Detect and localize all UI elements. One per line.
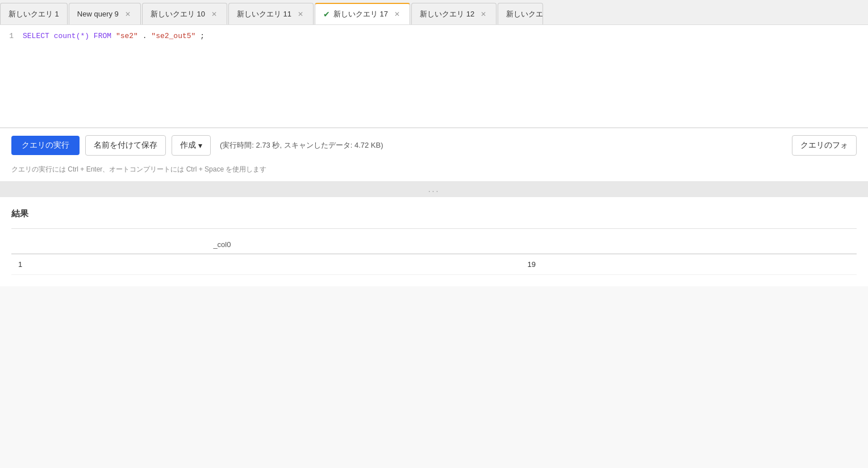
results-container: 結果 _col0 1 19 bbox=[0, 197, 868, 286]
tab-new-query-9[interactable]: New query 9 ✕ bbox=[69, 3, 141, 24]
execution-info: (実行時間: 2.73 秒, スキャンしたデータ: 4.72 KB) bbox=[220, 140, 383, 151]
string-schema: "se2" bbox=[116, 32, 138, 40]
tab-新しいクエリ12[interactable]: 新しいクエリ 12 ✕ bbox=[411, 3, 496, 24]
line-number: 1 bbox=[0, 32, 23, 40]
tab-新しいクエリ17[interactable]: ✔ 新しいクエリ 17 ✕ bbox=[315, 3, 410, 24]
column-header-rownum bbox=[11, 236, 206, 254]
semicolon: ; bbox=[200, 32, 205, 40]
string-table: "se2_out5" bbox=[151, 32, 195, 40]
func-count: count(*) bbox=[54, 32, 89, 40]
tab-label: 新しいクエリ 11 bbox=[237, 9, 291, 19]
keyword-from: FROM bbox=[94, 32, 111, 40]
tab-label: 新しいクエリ 1 bbox=[506, 9, 543, 19]
run-query-button[interactable]: クエリの実行 bbox=[11, 136, 80, 155]
tab-label: 新しいクエリ 1 bbox=[9, 9, 59, 19]
cell-col0: 19 bbox=[206, 254, 857, 275]
keyword-select: SELECT bbox=[23, 32, 49, 40]
dot-separator: . bbox=[143, 32, 147, 40]
tab-label: 新しいクエリ 12 bbox=[420, 9, 474, 19]
create-label: 作成 bbox=[180, 140, 196, 151]
tab-close-button[interactable]: ✕ bbox=[296, 10, 305, 19]
code-text: SELECT count(*) FROM "se2" . "se2_out5" … bbox=[23, 32, 868, 40]
code-line-1: 1 SELECT count(*) FROM "se2" . "se2_out5… bbox=[0, 31, 868, 41]
resize-divider[interactable]: ... bbox=[0, 181, 868, 197]
editor-content[interactable]: 1 SELECT count(*) FROM "se2" . "se2_out5… bbox=[0, 25, 868, 127]
tab-label: 新しいクエリ 10 bbox=[151, 9, 205, 19]
tab-close-button[interactable]: ✕ bbox=[123, 10, 132, 19]
tab-新しいクエリ1[interactable]: 新しいクエリ 1 bbox=[0, 3, 68, 24]
cell-rownum: 1 bbox=[11, 254, 206, 275]
check-icon: ✔ bbox=[323, 10, 330, 19]
toolbar: クエリの実行 名前を付けて保存 作成 ▾ (実行時間: 2.73 秒, スキャン… bbox=[0, 128, 868, 162]
format-query-button[interactable]: クエリのフォ bbox=[792, 135, 857, 156]
hint-text: クエリの実行には Ctrl + Enter、オートコンプリートには Ctrl +… bbox=[0, 162, 868, 181]
column-header-col0: _col0 bbox=[206, 236, 857, 254]
divider-dots: ... bbox=[428, 185, 440, 194]
table-header-row: _col0 bbox=[11, 236, 857, 254]
chevron-down-icon: ▾ bbox=[198, 141, 202, 150]
tab-close-button[interactable]: ✕ bbox=[210, 10, 219, 19]
tab-新しいクエリ11[interactable]: 新しいクエリ 11 ✕ bbox=[228, 3, 314, 24]
results-title: 結果 bbox=[11, 208, 857, 219]
tab-label: New query 9 bbox=[77, 10, 119, 18]
tab-close-button[interactable]: ✕ bbox=[479, 10, 488, 19]
editor-container: 1 SELECT count(*) FROM "se2" . "se2_out5… bbox=[0, 25, 868, 128]
tab-truncated[interactable]: 新しいクエリ 1 bbox=[498, 3, 543, 24]
tab-label: 新しいクエリ 17 bbox=[333, 9, 388, 19]
tab-新しいクエリ10[interactable]: 新しいクエリ 10 ✕ bbox=[142, 3, 227, 24]
tab-close-button[interactable]: ✕ bbox=[393, 10, 402, 19]
results-divider bbox=[11, 228, 857, 229]
create-button[interactable]: 作成 ▾ bbox=[172, 135, 211, 156]
results-table: _col0 1 19 bbox=[11, 236, 857, 275]
tab-bar: 新しいクエリ 1 New query 9 ✕ 新しいクエリ 10 ✕ 新しいクエ… bbox=[0, 0, 868, 25]
table-row: 1 19 bbox=[11, 254, 857, 275]
save-as-button[interactable]: 名前を付けて保存 bbox=[85, 135, 166, 156]
